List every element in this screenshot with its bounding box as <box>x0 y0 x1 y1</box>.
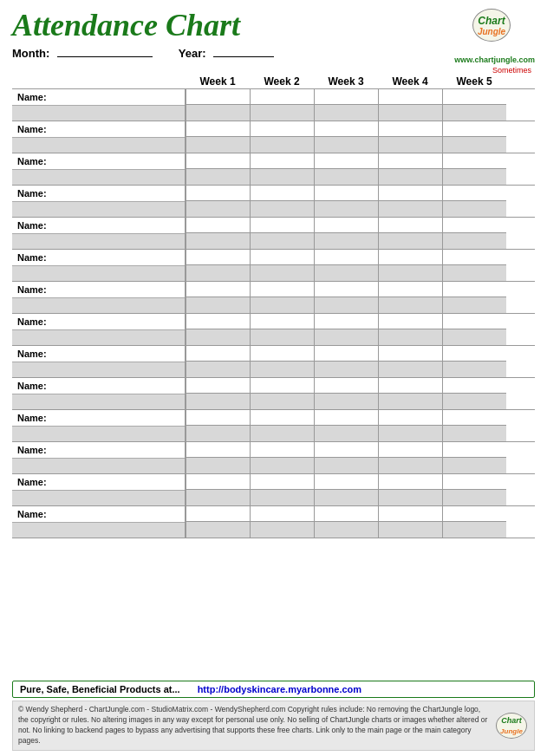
week2-cell[interactable] <box>250 153 314 185</box>
week1-cell[interactable] <box>186 314 250 345</box>
week1-cell[interactable] <box>186 186 250 217</box>
week4-cell[interactable] <box>378 378 442 409</box>
week-cells <box>186 474 535 505</box>
name-input-area[interactable] <box>12 169 185 185</box>
week3-cell[interactable] <box>314 378 378 409</box>
week2-cell[interactable] <box>250 410 314 441</box>
footer-banner-link[interactable]: http://bodyskincare.myarbonne.com <box>198 684 361 694</box>
week3-cell[interactable] <box>314 89 378 121</box>
week-cells <box>186 250 535 281</box>
name-input-area[interactable] <box>12 201 185 217</box>
week5-cell[interactable] <box>442 250 506 281</box>
week5-cell[interactable] <box>442 506 506 538</box>
name-input-area[interactable] <box>12 233 185 249</box>
week4-cell[interactable] <box>378 218 442 249</box>
week2-cell[interactable] <box>250 346 314 377</box>
week5-cell[interactable] <box>442 153 506 185</box>
name-input-area[interactable] <box>12 362 185 377</box>
week1-cell[interactable] <box>186 89 250 121</box>
name-input-area[interactable] <box>12 329 185 345</box>
week2-cell[interactable] <box>250 121 314 153</box>
name-input-area[interactable] <box>12 490 185 505</box>
week1-cell[interactable] <box>186 474 250 505</box>
week5-cell[interactable] <box>442 282 506 313</box>
week1-cell[interactable] <box>186 153 250 185</box>
week2-cell[interactable] <box>250 250 314 281</box>
week5-cell[interactable] <box>442 346 506 377</box>
week5-cell[interactable] <box>442 314 506 345</box>
week5-cell[interactable] <box>442 474 506 505</box>
week2-cell[interactable] <box>250 89 314 121</box>
name-input-area[interactable] <box>12 458 185 473</box>
week5-cell[interactable] <box>442 121 506 153</box>
week3-cell[interactable] <box>314 153 378 185</box>
week1-cell[interactable] <box>186 282 250 313</box>
week2-cell[interactable] <box>250 186 314 217</box>
week5-cell[interactable] <box>442 89 506 121</box>
week3-cell[interactable] <box>314 506 378 538</box>
week4-cell[interactable] <box>378 153 442 185</box>
week3-cell[interactable] <box>314 442 378 473</box>
week3-cell[interactable] <box>314 474 378 505</box>
week3-cell[interactable] <box>314 410 378 441</box>
week3-cell[interactable] <box>314 218 378 249</box>
week5-cell[interactable] <box>442 378 506 409</box>
name-label-row: Name: <box>12 89 185 105</box>
week4-cell[interactable] <box>378 442 442 473</box>
week3-cell[interactable] <box>314 250 378 281</box>
week1-cell[interactable] <box>186 218 250 249</box>
week1-cell[interactable] <box>186 506 250 538</box>
week-cells <box>186 121 535 153</box>
week-cells <box>186 410 535 441</box>
week3-cell[interactable] <box>314 186 378 217</box>
week1-cell[interactable] <box>186 346 250 377</box>
name-input-area[interactable] <box>12 105 185 121</box>
week5-cell[interactable] <box>442 186 506 217</box>
week1-cell[interactable] <box>186 121 250 153</box>
month-field[interactable] <box>57 45 153 57</box>
website-text: www.chartjungle.com <box>454 55 535 64</box>
week3-cell[interactable] <box>314 282 378 313</box>
week3-cell[interactable] <box>314 121 378 153</box>
week1-cell[interactable] <box>186 442 250 473</box>
week4-cell[interactable] <box>378 474 442 505</box>
week4-cell[interactable] <box>378 121 442 153</box>
name-section: Name: <box>12 153 186 185</box>
week2-cell[interactable] <box>250 314 314 345</box>
week1-cell[interactable] <box>186 378 250 409</box>
week2-cell[interactable] <box>250 506 314 538</box>
week4-cell[interactable] <box>378 346 442 377</box>
week4-cell[interactable] <box>378 282 442 313</box>
week4-cell[interactable] <box>378 506 442 538</box>
name-input-area[interactable] <box>12 426 185 441</box>
week4-cell[interactable] <box>378 250 442 281</box>
week3-cell[interactable] <box>314 314 378 345</box>
name-input-area[interactable] <box>12 522 185 538</box>
week4-cell[interactable] <box>378 314 442 345</box>
name-input-area[interactable] <box>12 394 185 409</box>
week2-cell[interactable] <box>250 442 314 473</box>
week1-cell[interactable] <box>186 410 250 441</box>
table-row: Name: <box>12 217 535 249</box>
week4-cell[interactable] <box>378 186 442 217</box>
week2-cell[interactable] <box>250 378 314 409</box>
name-input-area[interactable] <box>12 297 185 313</box>
week2-cell[interactable] <box>250 218 314 249</box>
week3-cell[interactable] <box>314 346 378 377</box>
year-field[interactable] <box>213 45 274 57</box>
logo-box: Chart Jungle <box>472 9 535 54</box>
week1-cell[interactable] <box>186 250 250 281</box>
week2-header: Week 2 <box>250 75 314 88</box>
name-input-area[interactable] <box>12 137 185 153</box>
week2-cell[interactable] <box>250 282 314 313</box>
week5-cell[interactable] <box>442 218 506 249</box>
week3-header: Week 3 <box>314 75 378 88</box>
week2-cell[interactable] <box>250 474 314 505</box>
week5-cell[interactable] <box>442 442 506 473</box>
week4-cell[interactable] <box>378 410 442 441</box>
logo-chart: Chart <box>478 15 505 27</box>
name-section: Name: <box>12 346 186 377</box>
week5-cell[interactable] <box>442 410 506 441</box>
week4-cell[interactable] <box>378 89 442 121</box>
name-input-area[interactable] <box>12 265 185 281</box>
